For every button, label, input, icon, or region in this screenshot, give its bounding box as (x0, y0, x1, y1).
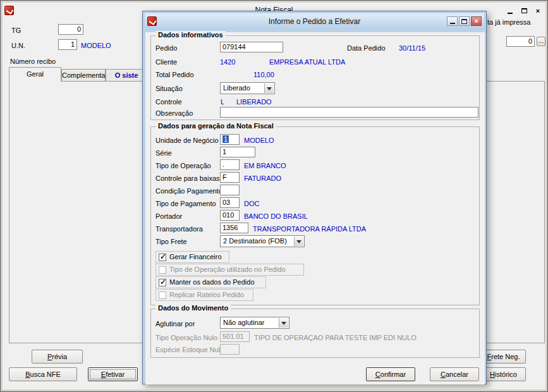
total-pedido-value: 110,00 (253, 71, 274, 78)
portador-input[interactable]: 010 (220, 210, 240, 221)
minimize-button[interactable] (504, 6, 516, 16)
un-input[interactable]: 1 (58, 39, 77, 50)
close-button[interactable]: × (532, 6, 544, 16)
replicar-rateios-label: Replicar Rateios Pedido (169, 291, 244, 298)
tab-geral[interactable]: Geral (9, 67, 61, 82)
serie-label: Série (155, 149, 172, 157)
tipo-pagamento-desc: DOC (244, 200, 259, 207)
controle-baixas-label: Controle para baixas (155, 175, 220, 182)
cancelar-button[interactable]: Cancelar (430, 367, 479, 381)
restore-button[interactable] (518, 6, 530, 16)
controle-baixas-desc: FATURADO (244, 175, 281, 182)
chevron-down-icon (264, 83, 274, 93)
manter-dados-pedido-checkbox[interactable]: Manter os dados do Pedido (155, 276, 266, 288)
tipo-frete-select[interactable]: 2 Destinatario (FOB) (220, 235, 305, 247)
especie-estoque-label: Espécie Estoque Nula (155, 346, 224, 353)
unidade-negocio-desc: MODELO (244, 137, 274, 144)
dlg-cliente-label: Cliente (155, 58, 177, 66)
close-icon: × (474, 18, 478, 25)
tipo-operacao-desc: EM BRANCO (244, 162, 286, 169)
tipo-op-nulo-input: 501.01 (220, 331, 250, 342)
aglutinar-value: Não aglutinar (223, 319, 264, 326)
total-pedido-label: Total Pedido (155, 71, 194, 78)
portador-desc: BANCO DO BRASIL (244, 212, 308, 220)
unidade-negocio-label: Unidade de Negócio (155, 137, 219, 144)
dialog-close-button[interactable]: × (471, 16, 482, 26)
pedido-label: Pedido (155, 44, 177, 52)
controle-desc: LIBERADO (236, 98, 272, 106)
checkbox-checked-icon (159, 279, 166, 286)
especie-estoque-input (220, 344, 240, 355)
checkbox-unchecked-icon (159, 291, 166, 299)
historico-button[interactable]: Histórico (481, 367, 526, 381)
dlg-transportadora-desc: TRANSPORTADORA RÁPIDA LTDA (253, 225, 366, 233)
gerar-financeiro-checkbox[interactable]: Gerar Financeiro (155, 251, 229, 263)
tipo-operacao-input[interactable]: . (220, 159, 240, 170)
tipo-operacao-pedido-checkbox: Tipo de Operação utilizado no Pedido (155, 264, 304, 276)
dialog-client-area: Dados informativos Pedido 079144 Data Pe… (145, 32, 485, 384)
tg-label: TG (11, 27, 21, 34)
observacao-label: Observação (155, 109, 193, 117)
dialog-minimize-button[interactable] (447, 16, 458, 26)
window-controls: × (502, 6, 544, 16)
confirmar-button[interactable]: Confirmar (366, 367, 415, 381)
maximize-icon (461, 19, 467, 24)
controle-baixas-input[interactable]: F (220, 172, 240, 183)
dialog-titlebar[interactable]: Informe o Pedido a Efetivar × (145, 13, 484, 30)
checkbox-unchecked-icon (159, 266, 166, 274)
situacao-value: Liberado (223, 84, 250, 92)
tipo-op-nulo-desc: TIPO DE OPERAÇAO PARA TESTE IMP EDI NULO (254, 334, 417, 341)
dlg-transportadora-input[interactable]: 1356 (220, 223, 248, 233)
tg-input[interactable]: 0 (58, 24, 83, 35)
tab-complementar[interactable]: Complementar (61, 69, 106, 81)
dialog-informe-pedido: Informe o Pedido a Efetivar × Dados info… (142, 11, 487, 384)
condicao-pagamento-label: Condição Pagamento (155, 187, 222, 195)
ellipsis-button[interactable]: ... (537, 37, 545, 46)
controle-label: Controle (155, 98, 182, 106)
condicao-pagamento-input[interactable] (220, 185, 240, 195)
observacao-input[interactable] (220, 107, 478, 118)
serie-input[interactable]: 1 (220, 147, 255, 157)
pedido-input[interactable]: 079144 (220, 42, 283, 52)
data-pedido-label: Data Pedido (347, 44, 386, 52)
busca-nfe-button[interactable]: Busca NFE (9, 367, 77, 381)
manter-dados-pedido-label: Manter os dados do Pedido (169, 278, 255, 286)
dialog-maximize-button[interactable] (459, 16, 470, 26)
minimize-icon (508, 13, 513, 14)
dados-movimento-title: Dados do Movimento (155, 304, 231, 312)
unidade-negocio-value: 1 (222, 135, 229, 143)
numero-recibo-label: Número recibo (10, 58, 56, 65)
unidade-negocio-input[interactable]: 1 (220, 134, 240, 145)
close-icon: × (536, 8, 540, 15)
tipo-op-nulo-label: Tipo Operação Nulo (155, 334, 217, 341)
un-desc: MODELO (81, 42, 111, 49)
dados-geracao-title: Dados para geração da Nota Fiscal (155, 122, 276, 130)
chevron-down-icon (294, 236, 303, 246)
situacao-select[interactable]: Liberado (220, 82, 275, 94)
tipo-pagamento-input[interactable]: 03 (220, 197, 240, 208)
aglutinar-label: Aglutinar por (155, 320, 195, 328)
frete-neg-button[interactable]: Frete Neg. (481, 350, 526, 364)
tipo-pagamento-label: Tipo de Pagamento (155, 200, 216, 207)
situacao-label: Situação (155, 85, 183, 92)
tab-o-siste[interactable]: O siste (106, 69, 147, 81)
efetivar-button[interactable]: Efetivar (88, 367, 138, 381)
gerar-financeiro-label: Gerar Financeiro (169, 253, 222, 260)
dialog-title: Informe o Pedido a Efetivar (145, 17, 484, 26)
data-pedido-value: 30/11/15 (399, 44, 425, 52)
dialog-window-controls: × (446, 16, 482, 26)
previa-button[interactable]: Prévia (32, 350, 83, 364)
checkbox-checked-icon (159, 254, 166, 261)
chevron-down-icon (279, 318, 288, 328)
dados-informativos-title: Dados informativos (155, 31, 226, 39)
controle-code: L (221, 98, 224, 106)
application-window: Nota Fiscal × TG 0 U.N. 1 MODELO Número … (0, 0, 548, 392)
dlg-transportadora-label: Transportadora (155, 225, 203, 233)
minimize-icon (450, 23, 455, 24)
replicar-rateios-checkbox: Replicar Rateios Pedido (155, 289, 253, 301)
aglutinar-select[interactable]: Não aglutinar (220, 317, 289, 329)
tipo-frete-value: 2 Destinatario (FOB) (223, 237, 287, 245)
nota-impressa-label-fragment: ta já impressa (487, 18, 530, 26)
un-label: U.N. (11, 42, 25, 49)
top-right-input[interactable]: 0 (506, 36, 535, 47)
